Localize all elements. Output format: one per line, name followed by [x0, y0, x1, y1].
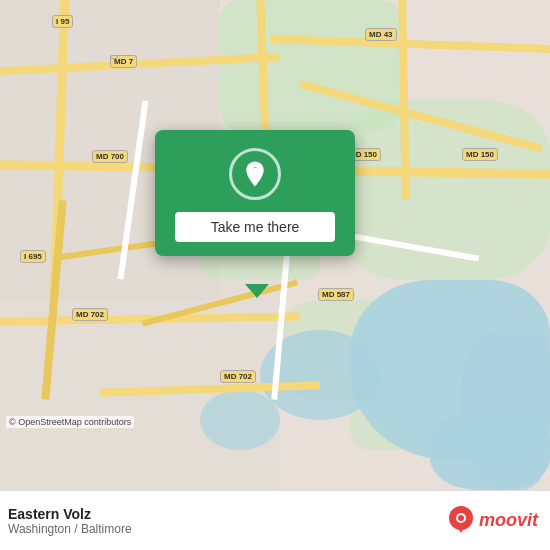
road-badge-i695: I 695 [20, 250, 46, 263]
take-me-there-button[interactable]: Take me there [175, 212, 335, 242]
map-attribution: © OpenStreetMap contributors [6, 416, 134, 428]
place-location: Washington / Baltimore [8, 522, 132, 536]
road-badge-md702-2: MD 702 [220, 370, 256, 383]
place-name: Eastern Volz [8, 506, 132, 522]
moovit-text: moovit [479, 510, 538, 531]
bottom-bar: Eastern Volz Washington / Baltimore moov… [0, 490, 550, 550]
road-badge-md702-1: MD 702 [72, 308, 108, 321]
popup-triangle [245, 284, 269, 298]
place-info: Eastern Volz Washington / Baltimore [8, 506, 132, 536]
popup-card: Take me there [155, 130, 355, 256]
location-pin-icon [229, 148, 281, 200]
road-badge-i95: I 95 [52, 15, 73, 28]
svg-point-4 [458, 515, 464, 521]
moovit-pin-icon [447, 505, 475, 537]
road-badge-md587: MD 587 [318, 288, 354, 301]
road-badge-md43: MD 43 [365, 28, 397, 41]
road-badge-md150-2: MD 150 [462, 148, 498, 161]
map-container: I 95 MD 7 MD 43 MD 700 MD 150 MD 150 I 6… [0, 0, 550, 490]
road-badge-md700: MD 700 [92, 150, 128, 163]
moovit-logo: moovit [447, 505, 538, 537]
road-badge-md7-2 [110, 55, 118, 59]
